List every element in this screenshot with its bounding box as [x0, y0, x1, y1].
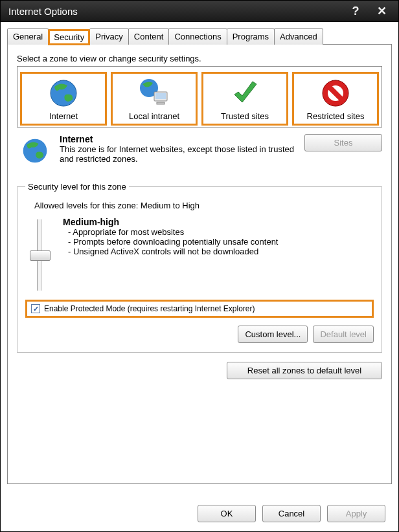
- custom-level-button[interactable]: Custom level...: [238, 326, 308, 343]
- zone-instruction: Select a zone to view or change security…: [17, 54, 382, 63]
- cancel-button[interactable]: Cancel: [262, 505, 321, 522]
- level-name: Medium-high: [63, 217, 119, 227]
- protected-mode-checkbox[interactable]: ✓: [31, 304, 40, 313]
- title-bar: Internet Options ? ✕: [0, 0, 399, 22]
- zone-title: Internet: [60, 134, 93, 144]
- security-level-slider[interactable]: [25, 217, 54, 291]
- prohibited-icon: [295, 76, 376, 110]
- default-level-button[interactable]: Default level: [313, 326, 374, 343]
- svg-rect-4: [155, 93, 166, 99]
- tab-connections[interactable]: Connections: [168, 28, 227, 45]
- protected-mode-label: Enable Protected Mode (requires restarti…: [44, 304, 255, 313]
- level-description: Medium-high - Appropriate for most websi…: [63, 217, 374, 291]
- zone-label: Internet: [23, 111, 104, 121]
- level-bullet: - Appropriate for most websites: [68, 227, 374, 237]
- zone-description: Internet This zone is for Internet websi…: [60, 134, 298, 165]
- tab-privacy[interactable]: Privacy: [89, 28, 129, 45]
- zone-label: Trusted sites: [205, 111, 285, 121]
- window-title: Internet Options: [8, 6, 343, 17]
- globe-icon: [23, 76, 104, 110]
- ok-button[interactable]: OK: [198, 505, 256, 522]
- security-level-fieldset: Security level for this zone Allowed lev…: [17, 182, 382, 353]
- level-bullet: - Prompts before downloading potentially…: [68, 237, 374, 247]
- checkmark-icon: [205, 76, 285, 110]
- apply-button[interactable]: Apply: [327, 505, 385, 522]
- close-button[interactable]: ✕: [369, 3, 394, 19]
- tab-strip: General Security Privacy Content Connect…: [7, 28, 392, 45]
- tab-general[interactable]: General: [7, 28, 49, 45]
- security-panel: Select a zone to view or change security…: [7, 44, 392, 484]
- reset-zones-button[interactable]: Reset all zones to default level: [227, 362, 382, 379]
- dialog-content: General Security Privacy Content Connect…: [0, 22, 399, 532]
- tab-security[interactable]: Security: [48, 29, 90, 45]
- zone-desc-text: This zone is for Internet websites, exce…: [60, 144, 294, 164]
- zone-description-row: Internet This zone is for Internet websi…: [17, 134, 382, 165]
- zone-internet[interactable]: Internet: [20, 72, 107, 126]
- zone-trusted-sites[interactable]: Trusted sites: [201, 72, 288, 126]
- zones-list: Internet Local intranet Trusted sites Re…: [17, 66, 382, 127]
- slider-thumb[interactable]: [30, 250, 51, 261]
- svg-rect-5: [157, 102, 165, 104]
- level-bullet: - Unsigned ActiveX controls will not be …: [68, 247, 374, 256]
- tab-content[interactable]: Content: [128, 28, 170, 45]
- fieldset-legend: Security level for this zone: [25, 182, 129, 192]
- protected-mode-row: ✓ Enable Protected Mode (requires restar…: [25, 300, 374, 318]
- allowed-levels: Allowed levels for this zone: Medium to …: [34, 201, 374, 210]
- tab-programs[interactable]: Programs: [227, 28, 275, 45]
- globe-icon: [17, 134, 53, 165]
- help-button[interactable]: ?: [343, 3, 369, 19]
- zone-local-intranet[interactable]: Local intranet: [111, 72, 198, 126]
- tab-advanced[interactable]: Advanced: [274, 28, 323, 45]
- zone-label: Restricted sites: [295, 111, 376, 121]
- sites-button[interactable]: Sites: [304, 134, 382, 151]
- zone-restricted-sites[interactable]: Restricted sites: [292, 72, 379, 126]
- dialog-buttons: OK Cancel Apply: [198, 505, 385, 522]
- intranet-icon: [114, 76, 194, 110]
- zone-label: Local intranet: [114, 111, 194, 121]
